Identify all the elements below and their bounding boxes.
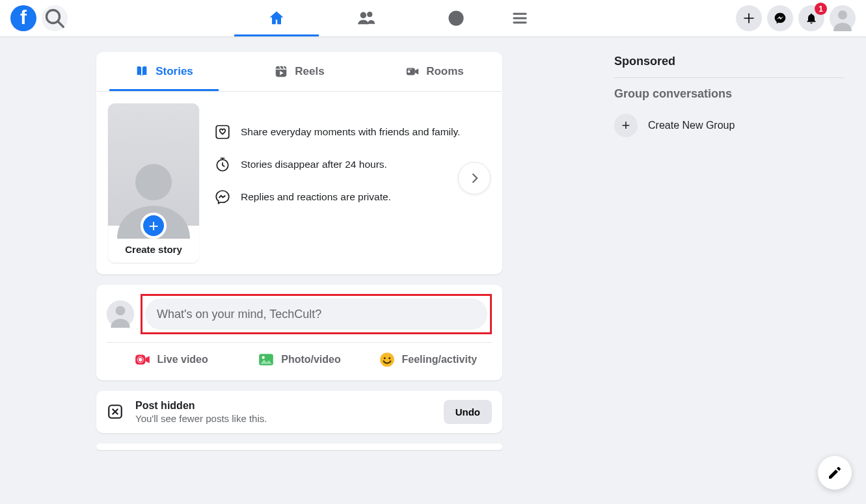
create-new-group-label: Create New Group: [648, 120, 735, 131]
tab-stories[interactable]: Stories: [96, 52, 232, 91]
nav-groups[interactable]: [414, 0, 498, 36]
svg-line-1: [58, 21, 63, 27]
tab-rooms[interactable]: Rooms: [367, 52, 502, 91]
svg-point-3: [368, 12, 372, 16]
person-icon: [107, 300, 134, 328]
compose-avatar[interactable]: [107, 300, 134, 328]
story-info-list: Share everyday moments with friends and …: [213, 103, 491, 206]
svg-point-11: [838, 10, 847, 20]
svg-point-29: [388, 357, 390, 359]
nav-home[interactable]: [234, 0, 319, 36]
book-icon: [135, 64, 149, 79]
stories-next-button[interactable]: [458, 162, 491, 194]
tab-stories-label: Stories: [156, 65, 193, 78]
svg-point-23: [139, 358, 142, 361]
plus-icon: +: [614, 114, 638, 137]
groups-icon: [447, 9, 465, 27]
svg-point-7: [458, 17, 461, 20]
svg-point-2: [361, 13, 366, 18]
svg-rect-8: [513, 13, 527, 15]
live-video-button[interactable]: Live video: [107, 345, 235, 374]
compose-actions: Live video Photo/video Feeling/activity: [107, 345, 492, 374]
smiley-icon: [379, 351, 396, 368]
notifications-button[interactable]: 1: [798, 5, 824, 31]
video-icon: [405, 64, 420, 79]
hidden-text: Post hidden You'll see fewer posts like …: [135, 400, 433, 424]
compose-top: What's on your mind, TechCult?: [107, 294, 492, 334]
story-info-item: Replies and reactions are private.: [213, 188, 491, 206]
svg-rect-9: [513, 18, 527, 20]
photo-heart-icon: [213, 123, 232, 141]
svg-point-26: [262, 356, 265, 359]
menu-icon: [511, 9, 529, 27]
live-video-icon: [134, 351, 151, 368]
friends-icon: [357, 9, 375, 27]
stories-card: Stories Reels Rooms + Creat: [96, 52, 502, 274]
account-avatar[interactable]: [830, 5, 856, 31]
svg-point-5: [455, 15, 458, 18]
story-info-item: Share everyday moments with friends and …: [213, 123, 491, 141]
messenger-button[interactable]: [767, 5, 793, 31]
next-card-peek: [96, 444, 502, 450]
create-story-tile[interactable]: + Create story: [108, 103, 199, 263]
hidden-title: Post hidden: [135, 400, 433, 412]
nav-menu[interactable]: [504, 0, 536, 36]
undo-button[interactable]: Undo: [444, 400, 492, 424]
create-button[interactable]: [736, 5, 762, 31]
facebook-logo[interactable]: f: [10, 5, 36, 31]
topbar-center-nav: [234, 0, 671, 36]
post-hidden-card: Post hidden You'll see fewer posts like …: [96, 391, 502, 433]
topbar-left: f: [0, 5, 234, 31]
home-icon: [267, 9, 286, 27]
feeling-activity-button[interactable]: Feeling/activity: [364, 345, 492, 374]
reels-icon: [274, 64, 288, 79]
avatar-placeholder: [108, 103, 199, 226]
top-navbar: f 1: [0, 0, 866, 36]
edit-icon: [827, 465, 843, 481]
compose-input[interactable]: What's on your mind, TechCult?: [145, 298, 487, 330]
sponsored-heading: Sponsored: [614, 52, 845, 77]
svg-rect-12: [276, 66, 287, 77]
feeling-activity-label: Feeling/activity: [402, 354, 478, 365]
stories-body: + Create story Share everyday moments wi…: [96, 92, 502, 274]
story-info-text: Stories disappear after 24 hours.: [241, 159, 387, 170]
photo-video-button[interactable]: Photo/video: [235, 345, 363, 374]
hidden-subtitle: You'll see fewer posts like this.: [135, 413, 433, 424]
svg-point-17: [135, 164, 172, 200]
person-icon: [830, 5, 856, 31]
compose-placeholder: What's on your mind, TechCult?: [157, 308, 321, 321]
live-video-label: Live video: [157, 354, 208, 365]
compose-highlight: What's on your mind, TechCult?: [141, 294, 492, 334]
messenger-icon: [774, 12, 787, 25]
search-icon: [42, 5, 68, 31]
main-layout: Stories Reels Rooms + Creat: [0, 36, 866, 450]
notification-badge: 1: [815, 3, 827, 15]
svg-rect-18: [216, 126, 229, 139]
bell-icon: [805, 12, 818, 25]
tab-reels[interactable]: Reels: [232, 52, 367, 91]
group-conversations-heading: Group conversations: [614, 78, 845, 109]
tab-rooms-label: Rooms: [426, 65, 464, 78]
create-new-group-button[interactable]: + Create New Group: [614, 109, 845, 142]
chevron-right-icon: [468, 172, 481, 185]
photo-video-label: Photo/video: [281, 354, 341, 365]
nav-friends[interactable]: [324, 0, 409, 36]
svg-rect-10: [513, 21, 527, 23]
tab-reels-label: Reels: [295, 65, 324, 78]
search-button[interactable]: [42, 5, 68, 31]
hidden-icon: [107, 403, 125, 421]
compose-card: What's on your mind, TechCult? Live vide…: [96, 285, 502, 380]
new-message-fab[interactable]: [818, 456, 852, 490]
plus-icon: +: [141, 213, 167, 239]
story-info-text: Replies and reactions are private.: [241, 191, 391, 203]
messenger-outline-icon: [213, 188, 232, 206]
right-rail: Sponsored Group conversations + Create N…: [614, 52, 855, 450]
svg-point-21: [116, 306, 126, 315]
left-spacer: [0, 52, 96, 450]
svg-point-6: [452, 17, 454, 20]
story-info-text: Share everyday moments with friends and …: [241, 126, 460, 138]
clock-icon: [213, 155, 232, 174]
stories-tabs: Stories Reels Rooms: [96, 52, 502, 91]
svg-rect-15: [409, 69, 410, 70]
svg-point-28: [383, 357, 385, 359]
